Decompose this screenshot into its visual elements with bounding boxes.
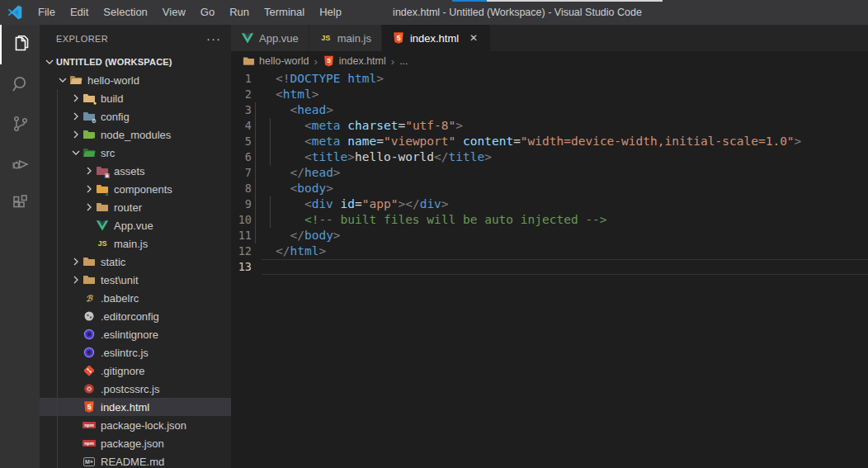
search-icon: [11, 74, 31, 94]
line-content: </body>: [252, 228, 868, 243]
activitybar-run-debug[interactable]: [0, 144, 40, 183]
code-editor[interactable]: 1<!DOCTYPE html>2<html>3 <head>4 <meta c…: [231, 71, 868, 468]
indent-guide: [255, 134, 256, 149]
tab-close-icon[interactable]: ✕: [467, 32, 480, 44]
tree-item-readme.md[interactable]: M+README.md: [40, 452, 231, 468]
tree-item-assets[interactable]: ▣assets: [40, 162, 231, 180]
activitybar-source-control[interactable]: [0, 104, 40, 144]
tree-item-app.vue[interactable]: App.vue: [40, 216, 231, 234]
menu-run[interactable]: Run: [222, 3, 257, 21]
tree-item-untitled-workspace-[interactable]: UNTITLED (WORKSPACE): [40, 53, 231, 71]
menu-edit[interactable]: Edit: [63, 3, 96, 21]
chevron-right-icon[interactable]: [69, 92, 83, 105]
code-line-9[interactable]: 9 <div id="app"></div>: [231, 196, 868, 212]
indent-guide: [255, 196, 256, 212]
tree-item-build[interactable]: ●build: [40, 89, 231, 107]
tree-item-.gitignore[interactable]: .gitignore: [40, 362, 231, 380]
tab-app.vue[interactable]: App.vue: [231, 25, 309, 51]
tree-item-router[interactable]: router: [40, 198, 231, 216]
vscode-logo-icon: [7, 5, 22, 20]
activitybar-explorer[interactable]: [0, 25, 40, 64]
npm-icon: npm: [83, 418, 96, 432]
tab-label: App.vue: [259, 32, 299, 45]
tree-item-package.json[interactable]: npmpackage.json: [40, 434, 231, 452]
menu-terminal[interactable]: Terminal: [257, 3, 312, 21]
tree-item-label: .editorconfig: [101, 310, 159, 323]
tab-index.html[interactable]: 5index.html✕: [382, 25, 490, 51]
chevron-right-icon[interactable]: [69, 273, 83, 286]
tree-item-static[interactable]: static: [40, 253, 231, 271]
tab-main.js[interactable]: JSmain.js: [309, 25, 381, 51]
source-control-icon: [11, 114, 31, 134]
tree-item-.babelrc[interactable]: ℬ.babelrc: [40, 289, 231, 307]
code-line-10[interactable]: 10 <!-- built files will be auto injecte…: [231, 212, 868, 228]
code-line-6[interactable]: 6 <title>hello-world</title>: [231, 149, 868, 165]
code-line-8[interactable]: 8 <body>: [231, 181, 868, 196]
line-content: <meta name="viewport" content="width=dev…: [252, 134, 868, 149]
code-line-2[interactable]: 2<html>: [231, 87, 868, 102]
window-title: index.html - Untitled (Workspace) - Visu…: [393, 7, 642, 18]
breadcrumb-label: hello-world: [259, 55, 309, 67]
code-line-11[interactable]: 11 </body>: [231, 228, 868, 243]
indent-guide: [255, 181, 256, 196]
tree-item-label: src: [101, 147, 115, 159]
chevron-right-icon[interactable]: [69, 128, 83, 141]
breadcrumb-item-hello-world[interactable]: hello-world: [243, 55, 309, 68]
tree-item-config[interactable]: ⚙config: [40, 107, 231, 125]
menu-selection[interactable]: Selection: [96, 3, 154, 21]
chevron-right-icon[interactable]: [69, 110, 83, 123]
tree-item-hello-world[interactable]: hello-world: [40, 71, 231, 89]
folder-plain-icon: [83, 255, 96, 268]
chevron-right-icon[interactable]: [83, 164, 96, 177]
chevron-down-icon[interactable]: [56, 73, 69, 87]
svg-text:5: 5: [87, 403, 92, 411]
code-line-4[interactable]: 4 <meta charset="utf-8">: [231, 118, 868, 134]
svg-text:5: 5: [327, 57, 331, 64]
tree-item-label: config: [101, 111, 130, 123]
menu-help[interactable]: Help: [312, 3, 349, 21]
code-line-5[interactable]: 5 <meta name="viewport" content="width=d…: [231, 134, 868, 149]
breadcrumb-item-index.html[interactable]: 5index.html: [323, 55, 386, 68]
tree-item-.postcssrc.js[interactable]: ⚙.postcssrc.js: [40, 380, 231, 398]
babel-icon: ℬ: [83, 291, 96, 305]
activitybar-extensions[interactable]: [0, 183, 40, 223]
tree-item-src[interactable]: src: [40, 144, 231, 162]
activitybar-search[interactable]: [0, 64, 40, 104]
js-icon: JS: [319, 31, 333, 45]
breadcrumb-item-...[interactable]: ...: [399, 55, 408, 67]
folder-config-icon: ⚙: [83, 110, 96, 123]
tree-item-.editorconfig[interactable]: .editorconfig: [40, 307, 231, 325]
menu-go[interactable]: Go: [193, 3, 222, 21]
chevron-right-icon[interactable]: [83, 201, 96, 214]
menu-view[interactable]: View: [155, 3, 193, 21]
line-number: 10: [231, 212, 252, 228]
tree-item-main.js[interactable]: JSmain.js: [40, 234, 231, 253]
svg-text:5: 5: [397, 34, 401, 42]
code-line-12[interactable]: 12</html>: [231, 243, 868, 259]
chevron-right-icon[interactable]: [83, 182, 96, 196]
tree-item-.eslintignore[interactable]: .eslintignore: [40, 325, 231, 343]
chevron-down-icon[interactable]: [43, 55, 56, 69]
chevron-right-icon[interactable]: [69, 255, 83, 268]
tree-item-test-unit[interactable]: test\unit: [40, 271, 231, 289]
folder-hello-open-icon: [69, 73, 83, 87]
code-line-1[interactable]: 1<!DOCTYPE html>: [231, 71, 868, 87]
tree-item-index.html[interactable]: 5index.html: [40, 398, 231, 416]
tree-item-components[interactable]: ▲components: [40, 180, 231, 198]
explorer-more-actions-button[interactable]: ···: [206, 35, 221, 43]
tree-item-label: .eslintignore: [101, 329, 158, 341]
code-line-13[interactable]: 13: [231, 259, 868, 275]
tree-item-.eslintrc.js[interactable]: .eslintrc.js: [40, 343, 231, 362]
chevron-down-icon[interactable]: [69, 146, 83, 159]
tree-item-package-lock.json[interactable]: npmpackage-lock.json: [40, 416, 231, 434]
top-progress-strip: [0, 0, 868, 2]
explorer-header: EXPLORER ···: [40, 25, 231, 53]
menu-file[interactable]: File: [31, 3, 63, 21]
line-number: 8: [231, 181, 252, 196]
line-content: <div id="app"></div>: [252, 196, 868, 212]
tree-item-node-modules[interactable]: nnode_modules: [40, 125, 231, 144]
code-line-7[interactable]: 7 </head>: [231, 165, 868, 181]
line-content: <title>hello-world</title>: [252, 149, 868, 165]
code-line-3[interactable]: 3 <head>: [231, 102, 868, 118]
indent-guide: [255, 228, 256, 243]
